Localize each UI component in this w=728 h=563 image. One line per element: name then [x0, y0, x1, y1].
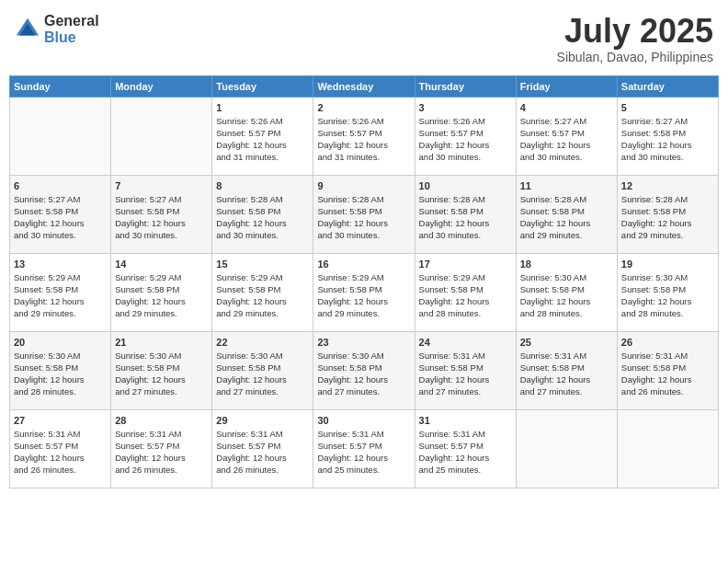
- day-number: 24: [419, 336, 512, 350]
- day-info: Sunrise: 5:26 AM: [216, 116, 309, 128]
- day-info: Sunrise: 5:28 AM: [520, 194, 613, 206]
- day-info: Daylight: 12 hours: [14, 218, 107, 230]
- day-info: Daylight: 12 hours: [14, 453, 107, 465]
- calendar-header: SundayMondayTuesdayWednesdayThursdayFrid…: [10, 75, 719, 97]
- logo: General Blue: [15, 13, 99, 46]
- day-info: and 30 minutes.: [317, 230, 410, 242]
- logo-text: General Blue: [44, 13, 99, 46]
- day-info: Daylight: 12 hours: [216, 218, 309, 230]
- day-info: and 28 minutes.: [419, 308, 512, 320]
- day-info: Sunset: 5:58 PM: [621, 284, 714, 296]
- day-number: 6: [14, 179, 107, 193]
- day-info: Sunrise: 5:27 AM: [621, 116, 714, 128]
- day-info: Daylight: 12 hours: [14, 296, 107, 308]
- day-info: Sunset: 5:57 PM: [419, 128, 512, 140]
- day-number: 20: [14, 336, 107, 350]
- location: Sibulan, Davao, Philippines: [557, 50, 713, 64]
- day-info: and 29 minutes.: [520, 230, 613, 242]
- day-info: and 26 minutes.: [621, 386, 714, 398]
- day-info: Sunrise: 5:27 AM: [520, 116, 613, 128]
- day-number: 1: [216, 101, 309, 115]
- day-info: Daylight: 12 hours: [115, 453, 208, 465]
- day-info: Sunset: 5:58 PM: [419, 362, 512, 374]
- day-info: and 30 minutes.: [419, 152, 512, 164]
- calendar-day-cell: 6Sunrise: 5:27 AMSunset: 5:58 PMDaylight…: [10, 175, 111, 253]
- calendar-day-cell: 20Sunrise: 5:30 AMSunset: 5:58 PMDayligh…: [10, 331, 111, 409]
- calendar-day-cell: 29Sunrise: 5:31 AMSunset: 5:57 PMDayligh…: [212, 409, 313, 488]
- day-info: Daylight: 12 hours: [115, 218, 208, 230]
- day-info: and 27 minutes.: [419, 386, 512, 398]
- day-number: 14: [115, 258, 208, 271]
- day-info: Sunrise: 5:31 AM: [419, 429, 512, 441]
- calendar-day-cell: 15Sunrise: 5:29 AMSunset: 5:58 PMDayligh…: [212, 253, 313, 331]
- day-info: Sunrise: 5:28 AM: [419, 194, 512, 206]
- day-info: Daylight: 12 hours: [115, 296, 208, 308]
- day-number: 9: [317, 179, 410, 193]
- day-info: and 29 minutes.: [14, 308, 107, 320]
- day-number: 19: [621, 258, 714, 271]
- day-info: and 29 minutes.: [216, 308, 309, 320]
- day-info: Daylight: 12 hours: [520, 374, 613, 386]
- day-info: and 27 minutes.: [317, 386, 410, 398]
- calendar-day-cell: 21Sunrise: 5:30 AMSunset: 5:58 PMDayligh…: [111, 331, 212, 409]
- day-info: and 28 minutes.: [14, 386, 107, 398]
- day-info: Sunrise: 5:27 AM: [14, 194, 107, 206]
- day-info: and 31 minutes.: [317, 152, 410, 164]
- day-info: Daylight: 12 hours: [621, 374, 714, 386]
- day-info: Sunset: 5:58 PM: [216, 362, 309, 374]
- day-info: and 28 minutes.: [621, 308, 714, 320]
- day-info: Sunrise: 5:29 AM: [115, 272, 208, 284]
- calendar-table: SundayMondayTuesdayWednesdayThursdayFrid…: [9, 75, 719, 488]
- day-info: and 27 minutes.: [115, 386, 208, 398]
- day-info: Sunrise: 5:30 AM: [216, 350, 309, 362]
- calendar-day-cell: 23Sunrise: 5:30 AMSunset: 5:58 PMDayligh…: [313, 331, 415, 409]
- calendar-day-cell: [111, 97, 212, 175]
- day-info: Daylight: 12 hours: [520, 218, 613, 230]
- day-info: Sunset: 5:58 PM: [419, 284, 512, 296]
- day-of-week-header: Tuesday: [212, 75, 313, 97]
- day-info: Sunset: 5:57 PM: [317, 128, 410, 140]
- calendar-day-cell: 22Sunrise: 5:30 AMSunset: 5:58 PMDayligh…: [212, 331, 313, 409]
- day-info: Daylight: 12 hours: [317, 296, 410, 308]
- page-header: General Blue July 2025 Sibulan, Davao, P…: [9, 9, 719, 68]
- calendar-day-cell: 4Sunrise: 5:27 AMSunset: 5:57 PMDaylight…: [516, 97, 617, 175]
- day-info: Sunrise: 5:31 AM: [317, 429, 410, 441]
- day-of-week-header: Sunday: [10, 75, 111, 97]
- day-info: Daylight: 12 hours: [216, 296, 309, 308]
- calendar-day-cell: 19Sunrise: 5:30 AMSunset: 5:58 PMDayligh…: [617, 253, 718, 331]
- day-info: Sunset: 5:58 PM: [520, 206, 613, 218]
- day-info: Sunset: 5:58 PM: [621, 128, 714, 140]
- day-info: Sunset: 5:58 PM: [216, 284, 309, 296]
- day-info: Sunrise: 5:31 AM: [419, 350, 512, 362]
- day-info: and 25 minutes.: [419, 465, 512, 477]
- day-info: Sunrise: 5:26 AM: [317, 116, 410, 128]
- day-info: and 30 minutes.: [216, 230, 309, 242]
- day-info: Sunrise: 5:28 AM: [621, 194, 714, 206]
- day-info: and 30 minutes.: [520, 152, 613, 164]
- calendar-day-cell: [10, 97, 111, 175]
- day-info: Sunset: 5:57 PM: [14, 441, 107, 453]
- day-number: 31: [419, 414, 512, 428]
- calendar-day-cell: 5Sunrise: 5:27 AMSunset: 5:58 PMDaylight…: [617, 97, 718, 175]
- calendar-day-cell: 10Sunrise: 5:28 AMSunset: 5:58 PMDayligh…: [415, 175, 516, 253]
- day-info: Sunset: 5:58 PM: [317, 284, 410, 296]
- day-info: Daylight: 12 hours: [14, 374, 107, 386]
- calendar-day-cell: [617, 409, 718, 488]
- day-number: 27: [14, 414, 107, 428]
- day-info: Daylight: 12 hours: [317, 140, 410, 152]
- calendar-week-row: 1Sunrise: 5:26 AMSunset: 5:57 PMDaylight…: [10, 97, 719, 175]
- calendar-day-cell: 12Sunrise: 5:28 AMSunset: 5:58 PMDayligh…: [617, 175, 718, 253]
- day-number: 26: [621, 336, 714, 350]
- day-info: Sunset: 5:57 PM: [216, 128, 309, 140]
- day-info: Daylight: 12 hours: [419, 140, 512, 152]
- day-header-row: SundayMondayTuesdayWednesdayThursdayFrid…: [10, 75, 719, 97]
- day-number: 16: [317, 258, 410, 271]
- calendar-day-cell: 16Sunrise: 5:29 AMSunset: 5:58 PMDayligh…: [313, 253, 415, 331]
- day-info: and 30 minutes.: [14, 230, 107, 242]
- day-info: and 29 minutes.: [115, 308, 208, 320]
- day-number: 10: [419, 179, 512, 193]
- day-info: Daylight: 12 hours: [621, 296, 714, 308]
- calendar-day-cell: 2Sunrise: 5:26 AMSunset: 5:57 PMDaylight…: [313, 97, 415, 175]
- day-info: and 29 minutes.: [621, 230, 714, 242]
- day-info: Sunset: 5:58 PM: [115, 284, 208, 296]
